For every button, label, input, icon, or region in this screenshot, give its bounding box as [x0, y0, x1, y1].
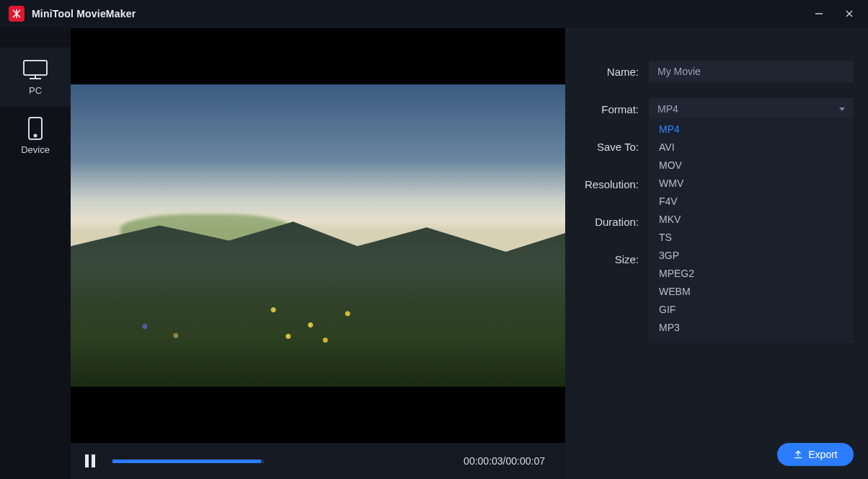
chevron-down-icon [839, 107, 845, 111]
name-row: Name: [565, 56, 854, 87]
format-option[interactable]: GIF [649, 301, 854, 319]
format-option[interactable]: MOV [649, 157, 854, 175]
export-target-sidebar: PC Device [0, 27, 71, 479]
format-selected-value: MP4 [657, 103, 678, 115]
duration-label: Duration: [565, 216, 649, 228]
svg-rect-3 [24, 61, 47, 75]
format-option[interactable]: MP4 [649, 120, 854, 139]
sidebar-item-device[interactable]: Device [0, 107, 71, 166]
sidebar-item-pc[interactable]: PC [0, 48, 71, 107]
format-option[interactable]: MPEG2 [649, 265, 854, 283]
export-button-label: Export [808, 449, 837, 460]
format-option[interactable]: F4V [649, 193, 854, 211]
time-display: 00:00:03/00:00:07 [464, 455, 545, 467]
format-option[interactable]: AVI [649, 139, 854, 157]
upload-icon [793, 449, 803, 460]
saveto-label: Save To: [565, 141, 649, 153]
close-button[interactable] [843, 8, 855, 19]
name-input[interactable] [649, 61, 854, 82]
pause-button[interactable] [85, 454, 99, 467]
sidebar-item-label: PC [29, 85, 42, 96]
format-option[interactable]: TS [649, 229, 854, 247]
progress-bar[interactable] [112, 460, 264, 463]
format-label: Format: [565, 103, 649, 115]
format-option[interactable]: WMV [649, 175, 854, 193]
phone-icon [22, 118, 48, 139]
video-frame [71, 28, 565, 443]
sidebar-item-label: Device [21, 144, 50, 155]
svg-point-7 [35, 134, 37, 136]
export-settings-panel: Name: Format: MP4 Save To: Resolution: D… [565, 27, 868, 479]
size-label: Size: [565, 253, 649, 265]
preview-panel: 00:00:03/00:00:07 [71, 27, 565, 479]
format-option[interactable]: MP3 [649, 319, 854, 337]
monitor-icon [22, 59, 48, 79]
window-controls [813, 8, 861, 19]
format-option[interactable]: WEBM [649, 283, 854, 301]
format-select[interactable]: MP4 [649, 98, 854, 120]
resolution-label: Resolution: [565, 178, 649, 190]
format-dropdown: MP4 AVI MOV WMV F4V MKV TS 3GP MPEG2 WEB… [649, 118, 854, 343]
export-button[interactable]: Export [777, 443, 854, 466]
titlebar: MiniTool MovieMaker [0, 0, 868, 27]
minimize-button[interactable] [813, 8, 825, 19]
app-logo [9, 6, 25, 22]
app-title: MiniTool MovieMaker [32, 8, 136, 19]
format-option[interactable]: MKV [649, 211, 854, 229]
player-controls: 00:00:03/00:00:07 [71, 443, 565, 479]
name-label: Name: [565, 66, 649, 78]
video-thumbnail [71, 84, 565, 387]
format-option[interactable]: 3GP [649, 247, 854, 265]
